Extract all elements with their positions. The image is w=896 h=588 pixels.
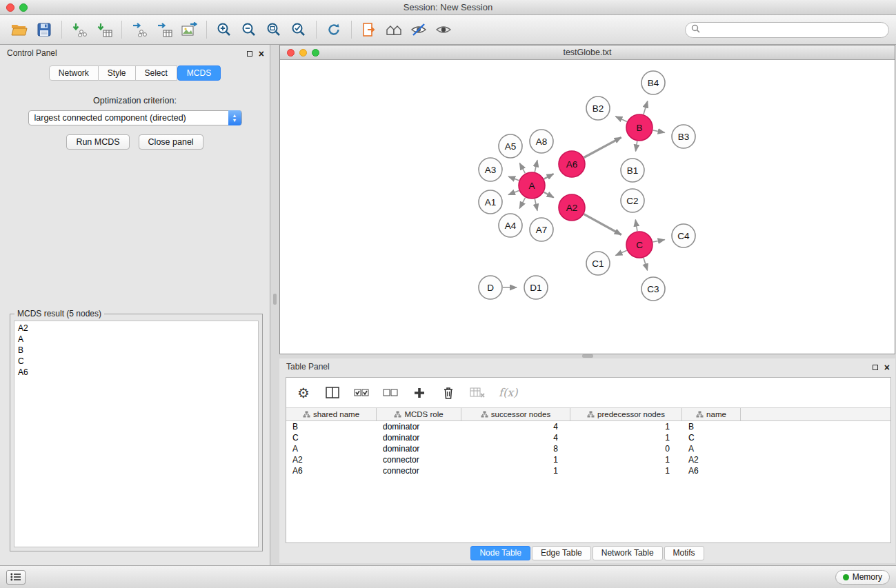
graph-edge-B-B3[interactable] bbox=[653, 130, 665, 132]
zoom-fit-icon[interactable] bbox=[261, 18, 286, 41]
graph-edge-A-A5[interactable] bbox=[519, 163, 525, 174]
graph-node-A7[interactable]: A7 bbox=[530, 218, 553, 241]
column-header-shared-name[interactable]: shared name bbox=[286, 408, 377, 420]
close-window-button[interactable] bbox=[6, 3, 14, 12]
zoom-network-window-button[interactable] bbox=[312, 49, 319, 57]
close-table-panel-icon[interactable]: × bbox=[884, 363, 890, 372]
close-panel-button[interactable]: Close panel bbox=[139, 134, 203, 150]
search-box[interactable] bbox=[685, 22, 889, 38]
open-file-icon[interactable] bbox=[7, 18, 32, 41]
table-row[interactable]: Adominator80A bbox=[286, 443, 890, 454]
graph-node-A3[interactable]: A3 bbox=[479, 158, 502, 181]
column-header-MCDS-role[interactable]: MCDS role bbox=[377, 408, 461, 420]
graph-node-B1[interactable]: B1 bbox=[621, 159, 644, 182]
tab-motifs[interactable]: Motifs bbox=[664, 546, 704, 560]
graph-edge-A6-B[interactable] bbox=[584, 137, 621, 157]
graph-node-A4[interactable]: A4 bbox=[499, 214, 522, 237]
mcds-result-item[interactable]: A bbox=[14, 334, 258, 345]
float-table-panel-icon[interactable] bbox=[873, 365, 878, 370]
search-input[interactable] bbox=[704, 25, 883, 34]
graph-node-D1[interactable]: D1 bbox=[524, 276, 548, 299]
import-network-icon[interactable] bbox=[67, 18, 92, 41]
task-history-icon[interactable] bbox=[6, 570, 26, 585]
vertical-splitter-handle[interactable] bbox=[273, 294, 277, 305]
delete-table-icon[interactable] bbox=[470, 384, 485, 402]
home-network-icon[interactable] bbox=[381, 18, 406, 41]
memory-button[interactable]: Memory bbox=[835, 570, 890, 585]
zoom-window-button[interactable] bbox=[19, 3, 28, 12]
graph-node-A8[interactable]: A8 bbox=[530, 130, 553, 153]
graph-node-B4[interactable]: B4 bbox=[641, 71, 665, 94]
column-header-predecessor-nodes[interactable]: predecessor nodes bbox=[570, 408, 682, 420]
hide-details-icon[interactable] bbox=[406, 18, 431, 41]
graph-node-A[interactable]: A bbox=[519, 172, 545, 199]
graph-edge-C-C3[interactable] bbox=[644, 258, 648, 270]
graph-node-A2[interactable]: A2 bbox=[559, 194, 585, 221]
optimization-select[interactable]: largest connected component (directed) ▲… bbox=[28, 110, 242, 125]
graph-node-D[interactable]: D bbox=[479, 276, 502, 299]
tab-style[interactable]: Style bbox=[99, 65, 136, 81]
tab-select[interactable]: Select bbox=[136, 65, 177, 81]
tab-node-table[interactable]: Node Table bbox=[470, 546, 530, 560]
column-header-successor-nodes[interactable]: successor nodes bbox=[461, 408, 570, 420]
graph-edge-C-C4[interactable] bbox=[653, 240, 665, 242]
minimize-network-window-button[interactable] bbox=[299, 49, 307, 57]
export-table-icon[interactable] bbox=[152, 18, 177, 41]
import-table-icon[interactable] bbox=[92, 18, 117, 41]
float-panel-icon[interactable] bbox=[247, 51, 252, 57]
graph-edge-B-B1[interactable] bbox=[636, 141, 637, 152]
tab-edge-table[interactable]: Edge Table bbox=[532, 546, 591, 560]
save-session-icon[interactable] bbox=[32, 18, 57, 41]
table-row[interactable]: A6connector11A6 bbox=[286, 465, 890, 476]
refresh-icon[interactable] bbox=[321, 18, 346, 41]
tab-network[interactable]: Network bbox=[49, 65, 99, 81]
graph-node-A6[interactable]: A6 bbox=[559, 151, 585, 177]
zoom-in-icon[interactable] bbox=[212, 18, 237, 41]
zoom-out-icon[interactable] bbox=[237, 18, 261, 41]
graph-node-C3[interactable]: C3 bbox=[641, 277, 665, 301]
run-mcds-button[interactable]: Run MCDS bbox=[66, 134, 129, 150]
graph-node-C1[interactable]: C1 bbox=[586, 252, 610, 275]
tab-mcds[interactable]: MCDS bbox=[177, 65, 221, 81]
show-columns-icon[interactable] bbox=[325, 384, 340, 402]
mcds-result-item[interactable]: B bbox=[14, 345, 258, 356]
graph-node-C4[interactable]: C4 bbox=[672, 224, 695, 247]
select-all-columns-icon[interactable] bbox=[354, 384, 369, 402]
show-details-icon[interactable] bbox=[431, 18, 456, 41]
table-mode-gear-icon[interactable]: ⚙ bbox=[296, 384, 311, 402]
network-canvas[interactable]: B4B2BB3A5A8A6B1A3AC2A1A2A4A7C4CC1C3DD1 bbox=[280, 60, 895, 354]
unselect-all-columns-icon[interactable] bbox=[383, 384, 398, 402]
graph-edge-A-A7[interactable] bbox=[535, 199, 537, 211]
graph-edge-C-C2[interactable] bbox=[635, 220, 637, 232]
graph-node-B3[interactable]: B3 bbox=[672, 125, 695, 148]
graph-node-B2[interactable]: B2 bbox=[586, 97, 610, 120]
graph-node-B[interactable]: B bbox=[626, 114, 653, 141]
tab-network-table[interactable]: Network Table bbox=[593, 546, 663, 560]
graph-edge-A-A2[interactable] bbox=[544, 192, 554, 198]
table-row[interactable]: Bdominator41B bbox=[286, 421, 890, 432]
graph-edge-B-B2[interactable] bbox=[615, 116, 627, 122]
mcds-result-item[interactable]: C bbox=[14, 356, 258, 367]
graph-node-C2[interactable]: C2 bbox=[621, 189, 644, 212]
export-network-icon[interactable] bbox=[127, 18, 152, 41]
graph-edge-A-A6[interactable] bbox=[544, 174, 554, 179]
graph-node-A5[interactable]: A5 bbox=[499, 134, 522, 158]
close-panel-icon[interactable]: × bbox=[259, 49, 264, 59]
create-column-icon[interactable] bbox=[412, 384, 427, 402]
open-session-file-icon[interactable] bbox=[357, 18, 381, 41]
close-network-window-button[interactable] bbox=[287, 49, 295, 57]
zoom-selected-icon[interactable] bbox=[286, 18, 311, 41]
delete-column-icon[interactable] bbox=[441, 384, 456, 402]
graph-node-C[interactable]: C bbox=[626, 232, 653, 258]
table-row[interactable]: Cdominator41C bbox=[286, 432, 890, 443]
column-header-name[interactable]: name bbox=[682, 408, 741, 420]
graph-node-A1[interactable]: A1 bbox=[479, 190, 502, 214]
horizontal-splitter-handle[interactable] bbox=[582, 354, 593, 358]
graph-edge-A-A3[interactable] bbox=[508, 176, 519, 181]
graph-edge-C-C1[interactable] bbox=[616, 250, 627, 255]
function-builder-icon[interactable]: f(x) bbox=[499, 384, 517, 402]
graph-edge-B-B4[interactable] bbox=[644, 101, 648, 114]
table-row[interactable]: A2connector11A2 bbox=[286, 454, 890, 465]
mcds-result-item[interactable]: A6 bbox=[14, 367, 258, 378]
graph-edge-A-A4[interactable] bbox=[519, 198, 525, 209]
